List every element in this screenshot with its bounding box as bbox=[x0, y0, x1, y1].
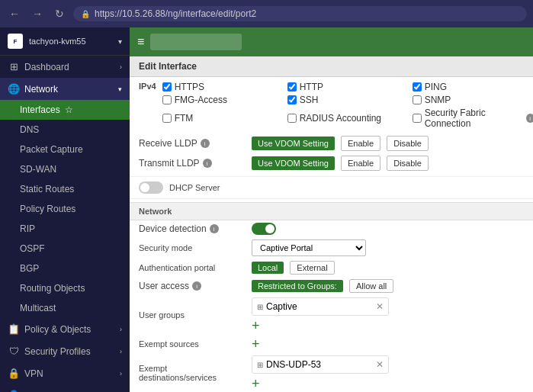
security-fabric-info-icon[interactable]: i bbox=[526, 114, 533, 123]
address-bar[interactable]: 🔒 https://10.5.26.88/ng/interface/edit/p… bbox=[73, 6, 527, 21]
receive-lldp-info-icon[interactable]: i bbox=[201, 139, 210, 148]
exempt-destinations-label: Exempt destinations/services bbox=[139, 364, 246, 382]
receive-lldp-disable-button[interactable]: Disable bbox=[387, 136, 429, 151]
forward-button[interactable]: → bbox=[29, 6, 46, 21]
ftm-checkbox[interactable] bbox=[162, 114, 172, 123]
auth-portal-local-button[interactable]: Local bbox=[252, 262, 284, 274]
dns-udp-tag: ⊞ DNS-UDP-53 bbox=[257, 359, 321, 370]
security-profiles-chevron-icon: › bbox=[120, 348, 122, 355]
sidebar-hostname: tachyon-kvm55 bbox=[29, 37, 86, 46]
dashboard-chevron-icon: › bbox=[120, 63, 122, 71]
receive-lldp-row: Receive LLDP i Use VDOM Setting Enable D… bbox=[130, 133, 533, 153]
sidebar-item-routing-objects[interactable]: Routing Objects bbox=[0, 278, 130, 298]
checkbox-https[interactable]: HTTPS bbox=[162, 82, 284, 92]
sidebar-header[interactable]: F tachyon-kvm55 ▾ bbox=[0, 27, 130, 56]
sidebar-item-interfaces[interactable]: Interfaces ☆ bbox=[0, 100, 130, 120]
content-toolbar: ≡ bbox=[130, 27, 533, 56]
ipv4-section: IPv4 HTTPS HTTP PING bbox=[130, 77, 533, 133]
search-input[interactable] bbox=[150, 34, 242, 50]
refresh-button[interactable]: ↻ bbox=[52, 6, 67, 21]
hamburger-button[interactable]: ≡ bbox=[137, 35, 144, 49]
snmp-label: SNMP bbox=[425, 95, 451, 105]
remove-captive-button[interactable]: ✕ bbox=[376, 301, 384, 312]
sidebar-label-policy-objects: Policy & Objects bbox=[24, 324, 91, 335]
snmp-checkbox[interactable] bbox=[413, 95, 422, 104]
radius-accounting-checkbox[interactable] bbox=[287, 114, 297, 123]
sidebar-label-security-profiles: Security Profiles bbox=[24, 346, 91, 357]
transmit-lldp-disable-button[interactable]: Disable bbox=[387, 156, 429, 171]
transmit-lldp-info-icon[interactable]: i bbox=[203, 159, 212, 168]
security-fabric-label: Security Fabric Connection bbox=[425, 108, 523, 129]
sidebar-label-policy-routes: Policy Routes bbox=[20, 204, 75, 214]
receive-lldp-label: Receive LLDP i bbox=[139, 138, 246, 149]
sidebar-item-policy-objects[interactable]: 📋 Policy & Objects › bbox=[0, 318, 130, 340]
radius-accounting-label: RADIUS Accounting bbox=[300, 113, 381, 124]
sidebar-item-security-profiles[interactable]: 🛡 Security Profiles › bbox=[0, 340, 130, 362]
sidebar-item-policy-routes[interactable]: Policy Routes bbox=[0, 199, 130, 219]
security-profiles-icon: 🛡 bbox=[8, 345, 20, 357]
security-mode-select[interactable]: Captive Portal bbox=[252, 239, 366, 256]
checkbox-fmg-access[interactable]: FMG-Access bbox=[162, 95, 284, 105]
sidebar-label-multicast: Multicast bbox=[20, 303, 56, 313]
fmg-access-checkbox[interactable] bbox=[162, 95, 172, 104]
sidebar-item-dashboard[interactable]: ⊞ Dashboard › bbox=[0, 56, 130, 78]
sidebar-item-bgp[interactable]: BGP bbox=[0, 259, 130, 278]
lock-icon: 🔒 bbox=[81, 10, 90, 18]
checkbox-radius-accounting[interactable]: RADIUS Accounting bbox=[287, 108, 409, 129]
sidebar-label-static-routes: Static Routes bbox=[20, 184, 74, 194]
http-checkbox[interactable] bbox=[287, 82, 297, 92]
checkbox-ftm[interactable]: FTM bbox=[162, 108, 284, 129]
transmit-lldp-vdom-button[interactable]: Use VDOM Setting bbox=[252, 156, 335, 170]
auth-portal-label: Authentication portal bbox=[139, 263, 246, 272]
checkbox-security-fabric[interactable]: Security Fabric Connection i bbox=[413, 108, 533, 129]
add-exempt-source-button[interactable]: + bbox=[252, 337, 260, 351]
sidebar-item-static-routes[interactable]: Static Routes bbox=[0, 179, 130, 199]
add-exempt-dest-button[interactable]: + bbox=[252, 377, 389, 390]
sidebar-item-ospf[interactable]: OSPF bbox=[0, 239, 130, 259]
sidebar-label-network: Network bbox=[24, 84, 58, 95]
transmit-lldp-enable-button[interactable]: Enable bbox=[341, 156, 380, 171]
user-access-info-icon[interactable]: i bbox=[192, 281, 201, 291]
https-checkbox[interactable] bbox=[162, 82, 172, 92]
back-button[interactable]: ← bbox=[6, 6, 23, 21]
sidebar-item-network[interactable]: 🌐 Network ▾ bbox=[0, 78, 130, 100]
security-mode-label: Security mode bbox=[139, 243, 246, 252]
exempt-destinations-row: Exempt destinations/services ⊞ DNS-UDP-5… bbox=[130, 353, 533, 392]
sidebar-item-sd-wan[interactable]: SD-WAN bbox=[0, 159, 130, 179]
restricted-to-groups-button[interactable]: Restricted to Groups: bbox=[252, 280, 343, 292]
sidebar-item-packet-capture[interactable]: Packet Capture bbox=[0, 140, 130, 159]
device-detection-toggle[interactable] bbox=[252, 223, 276, 235]
device-detection-row: Device detection i bbox=[130, 220, 533, 237]
ping-checkbox[interactable] bbox=[413, 82, 422, 92]
receive-lldp-vdom-button[interactable]: Use VDOM Setting bbox=[252, 137, 335, 150]
user-groups-row: User groups ⊞ Captive ✕ + bbox=[130, 295, 533, 335]
receive-lldp-enable-button[interactable]: Enable bbox=[341, 136, 380, 151]
sidebar-item-multicast[interactable]: Multicast bbox=[0, 298, 130, 318]
device-detection-track bbox=[252, 223, 276, 235]
checkbox-snmp[interactable]: SNMP bbox=[413, 95, 533, 105]
transmit-lldp-row: Transmit LLDP i Use VDOM Setting Enable … bbox=[130, 153, 533, 173]
ssh-checkbox[interactable] bbox=[287, 95, 297, 104]
add-user-group-button[interactable]: + bbox=[252, 319, 389, 333]
sidebar-item-user-auth[interactable]: 👤 User & Authentication › bbox=[0, 384, 130, 392]
auth-portal-external-button[interactable]: External bbox=[290, 261, 334, 275]
http-label: HTTP bbox=[300, 82, 323, 92]
dashboard-icon: ⊞ bbox=[8, 61, 20, 72]
sidebar-label-dashboard: Dashboard bbox=[24, 62, 69, 72]
dhcp-server-toggle[interactable] bbox=[139, 182, 163, 194]
sidebar-item-rip[interactable]: RIP bbox=[0, 219, 130, 239]
sidebar-item-dns[interactable]: DNS bbox=[0, 120, 130, 140]
service-icon: ⊞ bbox=[257, 361, 263, 369]
device-detection-info-icon[interactable]: i bbox=[210, 224, 219, 233]
network-icon: 🌐 bbox=[8, 83, 20, 95]
sidebar-label-routing-objects: Routing Objects bbox=[20, 283, 85, 294]
remove-dns-udp-button[interactable]: ✕ bbox=[376, 359, 384, 370]
checkbox-http[interactable]: HTTP bbox=[287, 82, 409, 92]
ping-label: PING bbox=[425, 82, 447, 92]
ipv4-label: IPv4 bbox=[139, 82, 156, 91]
checkbox-ping[interactable]: PING bbox=[413, 82, 533, 92]
sidebar-item-vpn[interactable]: 🔒 VPN › bbox=[0, 362, 130, 384]
checkbox-ssh[interactable]: SSH bbox=[287, 95, 409, 105]
allow-all-button[interactable]: Allow all bbox=[349, 279, 393, 293]
security-fabric-checkbox[interactable] bbox=[413, 114, 422, 123]
